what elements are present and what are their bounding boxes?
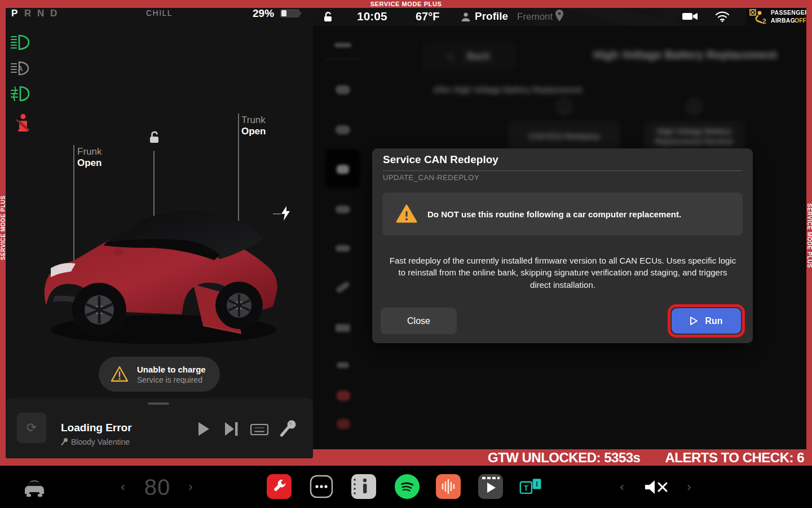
ellipsis-icon (309, 474, 334, 499)
vehicle-panel: P R N D CHILL 29% A (6, 5, 313, 458)
airbag-state: OFF (795, 17, 806, 24)
media-drag-handle[interactable] (148, 402, 169, 405)
chevron-right-icon: › (188, 480, 192, 494)
warning-triangle-icon (396, 204, 417, 224)
chevron-right-icon: › (687, 480, 691, 494)
seatbelt-warning-icon (14, 113, 32, 134)
play-icon[interactable] (197, 422, 210, 436)
run-label: Run (705, 316, 722, 326)
service-app-icon[interactable] (267, 474, 292, 499)
airbag-off-icon: 2 (749, 9, 767, 25)
theater-app-icon[interactable] (478, 474, 503, 499)
battery-percent: 29% (253, 7, 274, 20)
airbag-label-2: AIRBAG (771, 17, 795, 24)
svg-text:A: A (18, 65, 23, 73)
close-button[interactable]: Close (381, 308, 457, 334)
volume-down-button[interactable]: ‹ (615, 476, 629, 498)
frunk-label: Frunk (77, 146, 102, 157)
service-mode-plus-label-right: SERVICE MODE PLUS (806, 196, 812, 275)
media-player: ⟳ Loading Error Bloody Valentine (6, 398, 313, 458)
car-unlocked-icon[interactable] (147, 130, 161, 144)
car-controls-icon[interactable] (21, 477, 47, 497)
profile-button[interactable]: Profile (475, 10, 508, 23)
temp-up-button[interactable]: › (184, 476, 197, 498)
next-track-icon[interactable] (224, 422, 239, 436)
run-button-highlight-ring: Run (668, 304, 745, 338)
service-can-redeploy-dialog: Service CAN Redeploy UPDATE_CAN-REDEPLOY… (372, 148, 753, 343)
fog-light-icon (10, 85, 30, 102)
run-play-icon (690, 316, 698, 326)
run-button[interactable]: Run (672, 308, 741, 334)
outside-temperature[interactable]: 67°F (416, 10, 439, 23)
media-subtitle: Bloody Valentine (71, 437, 130, 446)
map-place-label: Fremont (517, 11, 553, 23)
media-title: Loading Error (61, 422, 132, 434)
karaoke-mic-icon[interactable] (280, 419, 297, 439)
toast-title: Unable to charge (137, 365, 206, 374)
t-i-tiles-icon: T I (519, 475, 544, 498)
map-pin-icon (554, 9, 564, 23)
unlocked-icon[interactable] (321, 11, 334, 23)
trunk-state: Open (241, 126, 266, 137)
wifi-icon[interactable] (714, 10, 730, 23)
trunk-callout[interactable]: Trunk Open (241, 115, 266, 137)
auto-high-beam-icon: A (10, 60, 30, 76)
frunk-callout[interactable]: Frunk Open (77, 146, 102, 168)
high-beam-on-icon (10, 34, 30, 50)
alerts-to-check-status: ALERTS TO CHECK: 6 (665, 450, 804, 466)
routine-description: Fast redeploy of the currently installed… (388, 255, 738, 291)
routine-id: UPDATE_CAN-REDEPLOY (383, 173, 479, 182)
clock: 10:05 (357, 10, 387, 23)
toast-subtitle: Service is required (137, 375, 206, 384)
tesla-service-screen: 10:05 67°F Profile Fremont (0, 0, 812, 508)
svg-text:I: I (536, 480, 537, 488)
chevron-left-icon: ‹ (620, 480, 624, 494)
service-mode-plus-label-top: SERVICE MODE PLUS (0, 0, 812, 8)
toolbox-app-icon[interactable]: T I (519, 474, 544, 499)
vehicle-render[interactable] (34, 186, 288, 349)
battery-fill (281, 10, 286, 16)
warning-callout: Do NOT use this routine following a car … (382, 192, 743, 235)
dialog-title: Service CAN Redeploy (383, 154, 498, 166)
service-mode-plus-label-left: SERVICE MODE PLUS (0, 189, 6, 268)
battery-tip (299, 11, 301, 15)
wrench-icon (272, 479, 286, 494)
dialog-divider (383, 170, 742, 171)
keyboard-icon[interactable] (250, 424, 268, 435)
album-art-placeholder[interactable]: ⟳ (17, 413, 46, 443)
warning-text: Do NOT use this routine following a car … (427, 192, 681, 235)
waveform-icon (440, 478, 457, 495)
app-launcher-icon[interactable] (309, 474, 334, 499)
battery-icon (280, 9, 299, 17)
mute-icon[interactable] (644, 479, 669, 495)
service-mode-top-band: SERVICE MODE PLUS (0, 0, 812, 8)
volume-up-button[interactable]: › (682, 476, 696, 498)
svg-text:2: 2 (762, 17, 766, 25)
contacts-app-icon[interactable] (351, 474, 376, 499)
spotify-app-icon[interactable] (395, 474, 420, 499)
gtw-status-band: GTW UNLOCKED: 5353s ALERTS TO CHECK: 6 (313, 449, 812, 466)
temp-down-button[interactable]: ‹ (116, 476, 130, 498)
refresh-icon: ⟳ (27, 421, 37, 435)
app-dock: ‹ 80 › (0, 466, 812, 508)
spotify-waves-icon (399, 478, 416, 495)
gtw-unlocked-status: GTW UNLOCKED: 5353s (488, 450, 641, 466)
karaoke-mic-small-icon (61, 437, 68, 446)
theater-play-icon (478, 474, 503, 499)
dashcam-icon[interactable] (682, 11, 698, 21)
info-book-icon (351, 474, 376, 499)
airbag-label-1: PASSENGER (771, 9, 809, 16)
profile-icon[interactable] (460, 11, 471, 23)
svg-text:T: T (524, 484, 528, 492)
chevron-left-icon: ‹ (121, 480, 125, 494)
trunk-label: Trunk (241, 115, 266, 126)
passenger-airbag-indicator: 2 PASSENGER AIRBAG OFF (746, 7, 806, 27)
charge-alert-toast[interactable]: Unable to charge Service is required (99, 357, 220, 392)
frunk-state: Open (77, 157, 102, 169)
cabin-temperature[interactable]: 80 (138, 473, 177, 501)
top-status-bar-right: 10:05 67°F Profile Fremont (313, 8, 806, 26)
audio-app-icon[interactable] (436, 474, 461, 499)
toast-warning-icon (110, 365, 129, 383)
